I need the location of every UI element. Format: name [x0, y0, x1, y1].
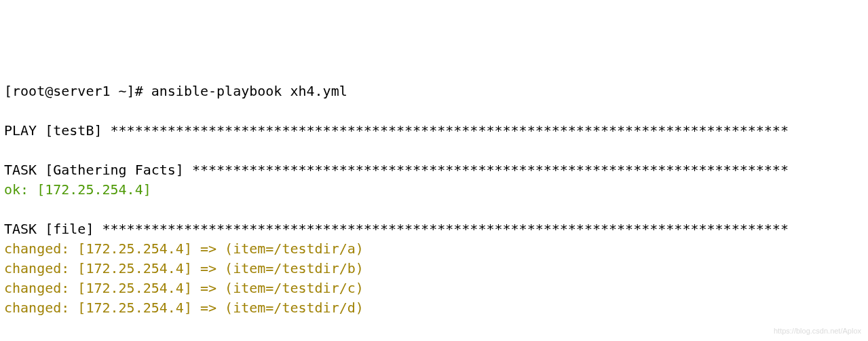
task-changed-line: changed: [172.25.254.4] => (item=/testdi…: [4, 260, 364, 276]
task-changed-line: changed: [172.25.254.4] => (item=/testdi…: [4, 240, 364, 257]
watermark-text: https://blog.csdn.net/Aplox: [774, 326, 861, 337]
command-text: ansible-playbook xh4.yml: [151, 83, 347, 99]
play-header: PLAY [testB] ***************************…: [4, 122, 789, 139]
shell-prompt: [root@server1 ~]#: [4, 83, 151, 99]
task-ok-line: ok: [172.25.254.4]: [4, 181, 151, 198]
task-gathering-facts-header: TASK [Gathering Facts] *****************…: [4, 162, 789, 178]
task-changed-line: changed: [172.25.254.4] => (item=/testdi…: [4, 300, 364, 316]
task-file-header: TASK [file] ****************************…: [4, 221, 789, 237]
terminal-output: [root@server1 ~]# ansible-playbook xh4.y…: [4, 82, 864, 341]
task-changed-line: changed: [172.25.254.4] => (item=/testdi…: [4, 280, 364, 296]
